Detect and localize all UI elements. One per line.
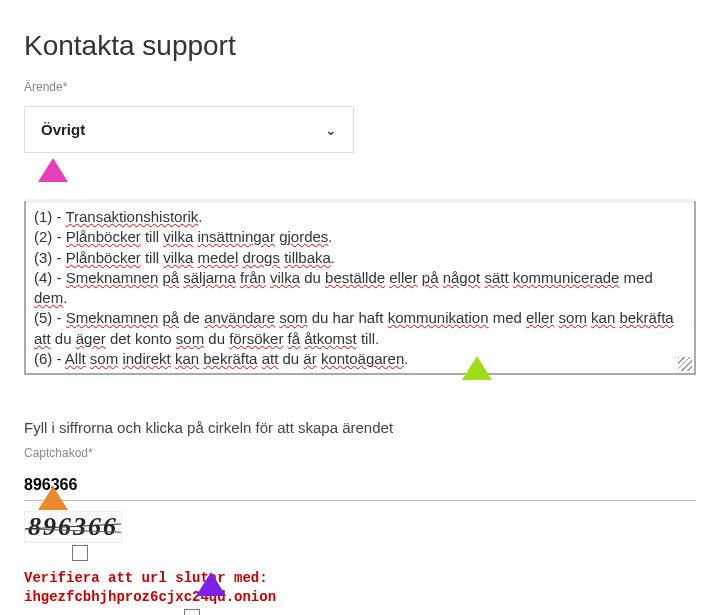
subject-label: Ärende*: [24, 80, 694, 94]
captcha-image: 896366: [24, 511, 122, 543]
secondary-checkbox[interactable]: [184, 609, 200, 615]
subject-select[interactable]: Övrigt ⌄: [24, 106, 354, 153]
message-textarea[interactable]: (1) - Transaktionshistorik.(2) - Plånböc…: [24, 201, 696, 375]
page-title: Kontakta support: [24, 30, 694, 62]
subject-select-value: Övrigt: [41, 121, 85, 138]
message-textarea-content[interactable]: (1) - Transaktionshistorik.(2) - Plånböc…: [26, 203, 694, 373]
instruction-text: Fyll i siffrorna och klicka på cirkeln f…: [24, 419, 694, 436]
captcha-checkbox[interactable]: [72, 545, 88, 561]
captcha-input[interactable]: [24, 472, 696, 501]
verify-url-text: Verifiera att url slutar med: ihgezfcbhj…: [24, 569, 694, 607]
chevron-down-icon: ⌄: [325, 122, 337, 138]
marker-triangle-icon: [38, 158, 68, 182]
captcha-label: Captchakod*: [24, 446, 694, 460]
